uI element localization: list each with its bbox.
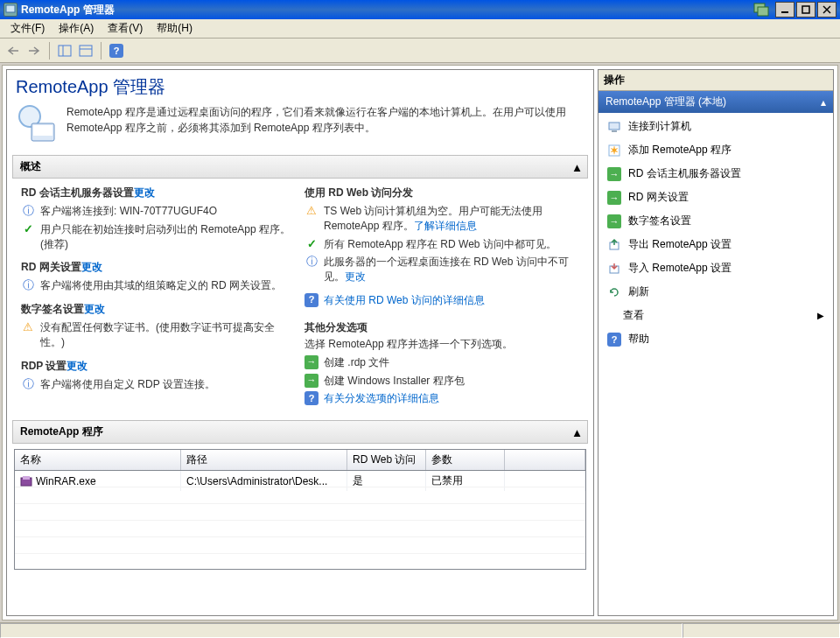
info-icon xyxy=(21,377,35,391)
no-cert-text: 没有配置任何数字证书。(使用数字证书可提高安全性。) xyxy=(40,320,296,350)
action-add[interactable]: ✶添加 RemoteApp 程序 xyxy=(598,138,833,162)
sign-settings-label: 数字签名设置 xyxy=(21,303,84,315)
rdp-change-link[interactable]: 更改 xyxy=(66,360,88,372)
sign-change-link[interactable]: 更改 xyxy=(84,303,105,315)
svg-rect-2 xyxy=(758,7,768,16)
rdweb-help-link[interactable]: 有关使用 RD Web 访问的详细信息 xyxy=(324,293,485,308)
col-path-header[interactable]: 路径 xyxy=(181,450,347,470)
rdp-settings-label: RDP 设置 xyxy=(21,360,66,372)
actions-header: 操作 xyxy=(598,70,833,91)
forward-button[interactable] xyxy=(24,41,44,60)
other-dist-label: 其他分发选项 xyxy=(304,320,579,335)
add-icon: ✶ xyxy=(607,144,621,158)
rdweb-dist-label: 使用 RD Web 访问分发 xyxy=(304,186,579,200)
help-button[interactable]: ? xyxy=(107,41,126,60)
show-tree-button[interactable] xyxy=(55,41,74,60)
row-name: WinRAR.exe xyxy=(36,475,96,487)
rd-gw-policy-text: 客户端将使用由其域的组策略定义的 RD 网关设置。 xyxy=(40,278,282,293)
action-sign[interactable]: →数字签名设置 xyxy=(598,209,833,233)
status-bar xyxy=(0,622,840,638)
rd-host-change-link[interactable]: 更改 xyxy=(134,186,155,199)
create-msi-link[interactable]: 创建 Windows Installer 程序包 xyxy=(324,374,465,389)
help-icon: ? xyxy=(304,391,318,405)
action-rdgw[interactable]: →RD 网关设置 xyxy=(598,186,833,209)
check-icon xyxy=(21,222,35,236)
action-view[interactable]: 查看▶ xyxy=(598,304,833,327)
cascade-icon[interactable] xyxy=(752,2,770,18)
arrow-icon xyxy=(304,355,318,369)
create-rdp-link[interactable]: 创建 .rdp 文件 xyxy=(324,355,389,370)
chevron-up-icon: ▴ xyxy=(574,160,580,174)
winrar-icon xyxy=(20,475,32,487)
warning-icon xyxy=(21,320,35,334)
title-bar: RemoteApp 管理器 xyxy=(0,0,840,19)
import-icon xyxy=(607,262,621,276)
window-title: RemoteApp 管理器 xyxy=(21,3,115,18)
info-icon xyxy=(304,255,318,269)
svg-rect-4 xyxy=(802,6,809,13)
row-path: C:\Users\Administrator\Desk... xyxy=(181,471,347,491)
menu-action[interactable]: 操作(A) xyxy=(52,19,101,38)
export-icon xyxy=(607,238,621,252)
dist-help-link[interactable]: 有关分发选项的详细信息 xyxy=(324,391,439,406)
warning-icon xyxy=(304,204,318,218)
info-icon xyxy=(21,204,35,218)
menu-help[interactable]: 帮助(H) xyxy=(150,19,200,38)
overview-header[interactable]: 概述 ▴ xyxy=(12,155,588,179)
chevron-right-icon: ▶ xyxy=(817,311,824,320)
app-icon xyxy=(4,3,18,17)
remoteapp-icon xyxy=(16,104,58,146)
col-rdweb-header[interactable]: RD Web 访问 xyxy=(347,450,426,470)
arrow-icon xyxy=(304,374,318,388)
menu-bar: 文件(F) 操作(A) 查看(V) 帮助(H) xyxy=(0,19,840,39)
launch-restriction-text: 用户只能在初始连接时启动列出的 RemoteApp 程序。(推荐) xyxy=(40,222,296,252)
info-icon xyxy=(21,278,35,292)
action-rdhost[interactable]: →RD 会话主机服务器设置 xyxy=(598,162,833,186)
custom-rdp-text: 客户端将使用自定义 RDP 设置连接。 xyxy=(40,377,215,392)
close-button[interactable] xyxy=(817,2,836,18)
menu-view[interactable]: 查看(V) xyxy=(101,19,150,38)
minimize-button[interactable] xyxy=(775,2,794,18)
programs-header[interactable]: RemoteApp 程序 ▴ xyxy=(12,420,588,444)
svg-rect-0 xyxy=(6,5,15,12)
action-export[interactable]: 导出 RemoteApp 设置 xyxy=(598,233,833,256)
programs-grid[interactable]: 名称 路径 RD Web 访问 参数 WinRAR.exe C:\Users\A… xyxy=(14,449,586,570)
main-pane: RemoteApp 管理器 RemoteApp 程序是通过远程桌面访问的程序，它… xyxy=(6,69,594,616)
svg-rect-7 xyxy=(59,46,71,56)
action-connect[interactable]: 连接到计算机 xyxy=(598,115,833,138)
arrow-icon: → xyxy=(607,167,621,181)
rd-host-settings-label: RD 会话主机服务器设置 xyxy=(21,186,134,199)
toolbar: ? xyxy=(0,39,840,63)
svg-text:✶: ✶ xyxy=(610,144,619,157)
refresh-icon xyxy=(607,285,621,299)
svg-rect-17 xyxy=(612,130,617,132)
learn-more-link[interactable]: 了解详细信息 xyxy=(414,220,477,232)
svg-rect-15 xyxy=(23,476,30,480)
col-args-header[interactable]: 参数 xyxy=(426,450,505,470)
help-icon: ? xyxy=(607,333,621,347)
properties-button[interactable] xyxy=(76,41,95,60)
help-icon: ? xyxy=(304,293,318,307)
check-icon xyxy=(304,237,318,251)
back-button[interactable] xyxy=(4,41,23,60)
table-row[interactable]: WinRAR.exe C:\Users\Administrator\Desk..… xyxy=(15,471,585,491)
arrow-icon: → xyxy=(607,191,621,205)
actions-band[interactable]: RemoteApp 管理器 (本地) ▴ xyxy=(598,91,833,113)
maximize-button[interactable] xyxy=(796,2,816,18)
action-help[interactable]: ?帮助 xyxy=(598,327,833,351)
rd-gw-change-link[interactable]: 更改 xyxy=(81,261,102,273)
arrow-icon: → xyxy=(607,214,621,228)
connect-target-value: 客户端将连接到: WIN-70T77UGUF4O xyxy=(40,204,217,219)
action-import[interactable]: 导入 RemoteApp 设置 xyxy=(598,256,833,280)
menu-file[interactable]: 文件(F) xyxy=(4,19,52,38)
chevron-up-icon: ▴ xyxy=(574,425,580,439)
chevron-up-icon: ▴ xyxy=(821,96,826,109)
svg-rect-13 xyxy=(33,125,52,136)
row-web: 是 xyxy=(347,471,426,491)
rd-gw-settings-label: RD 网关设置 xyxy=(21,261,81,273)
actions-pane: 操作 RemoteApp 管理器 (本地) ▴ 连接到计算机 ✶添加 Remot… xyxy=(598,69,834,616)
change-link[interactable]: 更改 xyxy=(345,270,366,283)
col-name-header[interactable]: 名称 xyxy=(15,450,181,470)
action-refresh[interactable]: 刷新 xyxy=(598,280,833,304)
intro-text: RemoteApp 程序是通过远程桌面访问的程序，它们看来就像运行在客户端的本地… xyxy=(66,104,584,146)
